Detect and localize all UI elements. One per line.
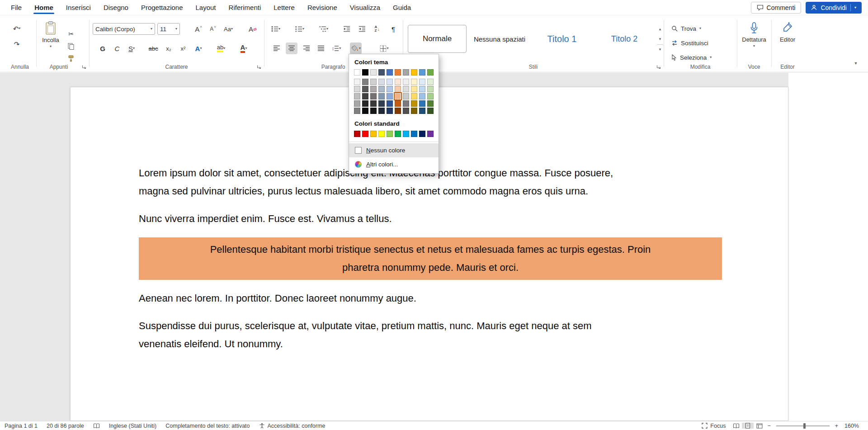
no-color-menu-item[interactable]: Nessun colore <box>349 143 439 157</box>
color-swatch[interactable] <box>403 100 409 107</box>
replace-button[interactable]: Sostituisci <box>669 38 711 48</box>
language-status[interactable]: Inglese (Stati Uniti) <box>104 421 161 430</box>
font-color-button[interactable]: A ▾ <box>238 43 250 54</box>
focus-mode-button[interactable]: Focus <box>697 423 730 429</box>
zoom-slider[interactable] <box>776 425 830 426</box>
tab-home[interactable]: Home <box>28 0 60 15</box>
paste-button[interactable]: Incolla ▾ <box>40 21 61 56</box>
color-swatch[interactable] <box>354 86 360 92</box>
color-swatch[interactable] <box>387 79 393 85</box>
zoom-out-button[interactable]: − <box>765 423 772 429</box>
strikethrough-button[interactable]: abc <box>147 43 159 54</box>
zoom-slider-thumb[interactable] <box>803 423 806 429</box>
page-number-status[interactable]: Pagina 1 di 1 <box>0 421 42 430</box>
clear-formatting-button[interactable]: A <box>247 23 259 35</box>
color-swatch[interactable] <box>419 93 425 99</box>
color-swatch[interactable] <box>378 108 385 114</box>
color-swatch[interactable] <box>419 108 425 114</box>
color-swatch[interactable] <box>427 131 434 137</box>
underline-button[interactable]: S ▾ <box>126 43 137 54</box>
color-swatch[interactable] <box>403 79 409 85</box>
share-button[interactable]: Condividi ▾ <box>806 2 862 14</box>
color-swatch[interactable] <box>387 131 393 137</box>
zoom-level[interactable]: 160% <box>840 423 863 429</box>
font-name-combobox[interactable]: Calibri (Corpo) ▾ <box>93 23 155 35</box>
color-swatch[interactable] <box>387 69 393 76</box>
align-center-button[interactable] <box>286 43 297 54</box>
multilevel-list-button[interactable]: ▾ <box>318 23 330 35</box>
color-swatch[interactable] <box>427 100 434 107</box>
tab-visualizza[interactable]: Visualizza <box>344 0 387 15</box>
paragraph[interactable]: Aenean nec lorem. In porttitor. Donec la… <box>139 289 722 307</box>
justify-button[interactable] <box>315 43 327 54</box>
color-swatch[interactable] <box>403 86 409 92</box>
color-swatch[interactable] <box>395 79 401 85</box>
color-swatch[interactable] <box>354 69 360 76</box>
color-swatch[interactable] <box>387 100 393 107</box>
styles-scroll-up-button[interactable]: ▴ <box>656 24 664 33</box>
color-swatch[interactable] <box>403 108 409 114</box>
font-size-combobox[interactable]: 11 ▾ <box>157 23 180 35</box>
tab-riferimenti[interactable]: Riferimenti <box>222 0 268 15</box>
superscript-button[interactable]: x² <box>177 43 189 54</box>
color-swatch[interactable] <box>411 86 417 92</box>
copy-button[interactable] <box>65 40 77 52</box>
color-swatch[interactable] <box>395 69 401 76</box>
accessibility-status[interactable]: Accessibilità: conforme <box>255 421 330 430</box>
bold-button[interactable]: G <box>97 43 108 54</box>
proofing-status[interactable] <box>89 421 104 430</box>
web-layout-view-button[interactable] <box>754 423 765 429</box>
color-swatch[interactable] <box>411 131 417 137</box>
italic-button[interactable]: C <box>111 43 123 54</box>
find-button[interactable]: Trova ▾ <box>669 23 704 34</box>
borders-button[interactable]: ▾ <box>378 43 390 54</box>
comments-button[interactable]: Commenti <box>751 2 802 14</box>
sort-button[interactable]: AZ ↓ <box>371 23 383 35</box>
color-swatch[interactable] <box>395 108 401 114</box>
color-swatch[interactable] <box>370 93 377 99</box>
tab-guida[interactable]: Guida <box>387 0 417 15</box>
tab-disegno[interactable]: Disegno <box>97 0 135 15</box>
color-swatch[interactable] <box>362 86 368 92</box>
format-painter-button[interactable] <box>65 52 77 64</box>
dictate-button[interactable]: Dettatura ▾ <box>740 22 769 58</box>
stili-dialog-launcher[interactable] <box>656 65 661 69</box>
color-swatch[interactable] <box>387 108 393 114</box>
color-swatch[interactable] <box>354 79 360 85</box>
paragraph[interactable]: Suspendisse dui purus, scelerisque at, v… <box>139 317 722 353</box>
color-swatch[interactable] <box>378 93 385 99</box>
word-count-status[interactable]: 20 di 86 parole <box>42 421 89 430</box>
redo-button[interactable]: ↷ <box>11 38 23 50</box>
styles-more-button[interactable]: ▾ <box>656 44 664 53</box>
color-swatch[interactable] <box>419 86 425 92</box>
color-swatch[interactable] <box>354 93 360 99</box>
cut-button[interactable]: ✂ <box>65 28 77 40</box>
tab-revisione[interactable]: Revisione <box>301 0 344 15</box>
tab-file[interactable]: File <box>5 0 28 15</box>
color-swatch[interactable] <box>378 79 385 85</box>
decrease-indent-button[interactable] <box>341 23 353 35</box>
color-swatch[interactable] <box>378 131 385 137</box>
color-swatch[interactable] <box>395 100 401 107</box>
color-swatch[interactable] <box>411 79 417 85</box>
print-layout-view-button[interactable] <box>742 423 754 429</box>
color-swatch[interactable] <box>362 108 368 114</box>
editor-button[interactable]: Editor <box>774 22 801 53</box>
color-swatch[interactable] <box>370 69 377 76</box>
color-swatch[interactable] <box>370 86 377 92</box>
color-swatch[interactable] <box>387 86 393 92</box>
styles-scroll-down-button[interactable]: ▾ <box>656 34 664 43</box>
change-case-button[interactable]: Aa ▾ <box>222 23 234 35</box>
color-swatch[interactable] <box>411 93 417 99</box>
color-swatch[interactable] <box>419 131 425 137</box>
collapse-ribbon-button[interactable]: ▾ <box>850 57 862 69</box>
color-swatch[interactable] <box>419 100 425 107</box>
color-swatch[interactable] <box>403 93 409 99</box>
color-swatch[interactable] <box>362 100 368 107</box>
color-swatch[interactable] <box>362 93 368 99</box>
text-effects-button[interactable]: A ▾ <box>193 43 204 54</box>
color-swatch[interactable] <box>387 93 393 99</box>
color-swatch[interactable] <box>419 79 425 85</box>
appunti-dialog-launcher[interactable] <box>82 65 86 69</box>
align-left-button[interactable] <box>271 43 283 54</box>
